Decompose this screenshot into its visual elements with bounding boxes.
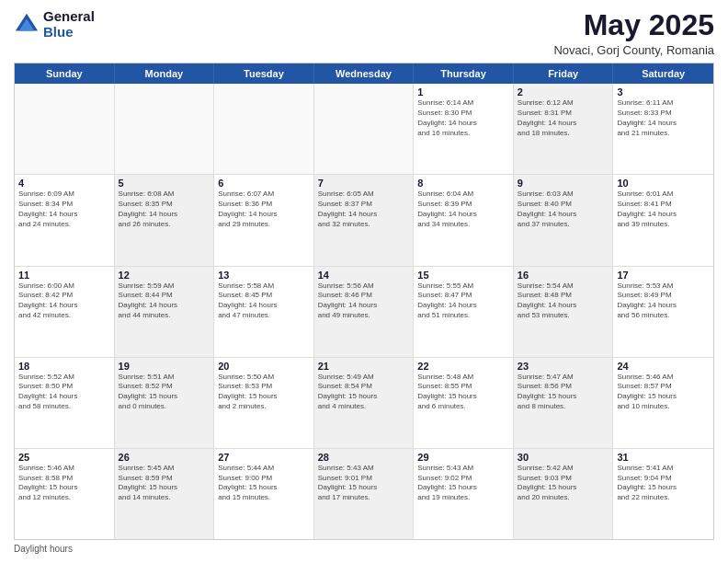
- logo-blue: Blue: [43, 25, 95, 40]
- day-number: 1: [417, 86, 509, 98]
- day-info: Sunrise: 5:47 AMSunset: 8:56 PMDaylight:…: [518, 373, 609, 412]
- calendar-cell: 18Sunrise: 5:52 AMSunset: 8:50 PMDayligh…: [15, 358, 115, 448]
- day-number: 19: [119, 361, 210, 372]
- weekday-header: Saturday: [613, 63, 713, 84]
- day-number: 4: [18, 178, 110, 189]
- calendar-cell: 23Sunrise: 5:47 AMSunset: 8:56 PMDayligh…: [514, 358, 614, 448]
- day-number: 23: [518, 361, 609, 372]
- day-info: Sunrise: 6:05 AMSunset: 8:37 PMDaylight:…: [318, 190, 410, 229]
- day-number: 12: [119, 270, 210, 281]
- day-info: Sunrise: 6:12 AMSunset: 8:31 PMDaylight:…: [518, 98, 609, 138]
- daylight-label: Daylight hours: [14, 544, 73, 554]
- calendar-cell: 17Sunrise: 5:53 AMSunset: 8:49 PMDayligh…: [613, 267, 713, 357]
- day-number: 7: [318, 178, 410, 189]
- logo-icon: [14, 12, 40, 38]
- calendar-row: 18Sunrise: 5:52 AMSunset: 8:50 PMDayligh…: [15, 357, 713, 448]
- calendar-cell: [15, 84, 115, 174]
- calendar-row: 4Sunrise: 6:09 AMSunset: 8:34 PMDaylight…: [15, 174, 713, 265]
- calendar-cell: 26Sunrise: 5:45 AMSunset: 8:59 PMDayligh…: [115, 449, 215, 539]
- calendar-cell: 9Sunrise: 6:03 AMSunset: 8:40 PMDaylight…: [514, 175, 614, 265]
- day-number: 17: [617, 270, 710, 281]
- header: General Blue May 2025 Novaci, Gorj Count…: [14, 9, 714, 57]
- weekday-header: Sunday: [15, 63, 115, 84]
- logo-text: General Blue: [43, 9, 95, 40]
- calendar-cell: 13Sunrise: 5:58 AMSunset: 8:45 PMDayligh…: [214, 267, 314, 357]
- day-number: 26: [119, 452, 210, 463]
- calendar-cell: 21Sunrise: 5:49 AMSunset: 8:54 PMDayligh…: [314, 358, 415, 448]
- calendar-cell: 14Sunrise: 5:56 AMSunset: 8:46 PMDayligh…: [314, 267, 415, 357]
- day-info: Sunrise: 6:04 AMSunset: 8:39 PMDaylight:…: [417, 190, 509, 229]
- day-number: 13: [218, 270, 310, 281]
- calendar-cell: 6Sunrise: 6:07 AMSunset: 8:36 PMDaylight…: [214, 175, 314, 265]
- day-number: 20: [218, 361, 310, 372]
- weekday-header: Monday: [115, 63, 215, 84]
- calendar-cell: 20Sunrise: 5:50 AMSunset: 8:53 PMDayligh…: [214, 358, 314, 448]
- calendar-cell: 24Sunrise: 5:46 AMSunset: 8:57 PMDayligh…: [613, 358, 713, 448]
- calendar-cell: 31Sunrise: 5:41 AMSunset: 9:04 PMDayligh…: [613, 449, 713, 539]
- day-number: 31: [617, 452, 710, 463]
- calendar-cell: [115, 84, 215, 174]
- day-info: Sunrise: 6:09 AMSunset: 8:34 PMDaylight:…: [18, 190, 110, 229]
- logo-general: General: [43, 9, 95, 25]
- day-number: 10: [617, 178, 710, 189]
- day-info: Sunrise: 5:46 AMSunset: 8:58 PMDaylight:…: [18, 464, 110, 503]
- day-info: Sunrise: 5:54 AMSunset: 8:48 PMDaylight:…: [518, 282, 609, 321]
- day-number: 30: [518, 452, 609, 463]
- weekday-header: Wednesday: [314, 63, 415, 84]
- calendar-cell: 12Sunrise: 5:59 AMSunset: 8:44 PMDayligh…: [115, 267, 215, 357]
- calendar-cell: 27Sunrise: 5:44 AMSunset: 9:00 PMDayligh…: [214, 449, 314, 539]
- day-number: 16: [518, 270, 609, 281]
- calendar-cell: 29Sunrise: 5:43 AMSunset: 9:02 PMDayligh…: [414, 449, 514, 539]
- month-title: May 2025: [553, 9, 714, 41]
- day-number: 22: [417, 361, 509, 372]
- day-info: Sunrise: 6:07 AMSunset: 8:36 PMDaylight:…: [218, 190, 310, 229]
- calendar-cell: 2Sunrise: 6:12 AMSunset: 8:31 PMDaylight…: [514, 84, 614, 174]
- day-number: 5: [119, 178, 210, 189]
- day-info: Sunrise: 5:49 AMSunset: 8:54 PMDaylight:…: [318, 373, 410, 412]
- day-info: Sunrise: 5:43 AMSunset: 9:02 PMDaylight:…: [417, 464, 509, 503]
- day-info: Sunrise: 6:14 AMSunset: 8:30 PMDaylight:…: [417, 98, 509, 138]
- day-number: 6: [218, 178, 310, 189]
- weekday-header: Tuesday: [214, 63, 314, 84]
- calendar-cell: 15Sunrise: 5:55 AMSunset: 8:47 PMDayligh…: [414, 267, 514, 357]
- day-number: 18: [18, 361, 110, 372]
- day-number: 11: [18, 270, 110, 281]
- calendar-cell: 1Sunrise: 6:14 AMSunset: 8:30 PMDaylight…: [414, 84, 514, 174]
- title-block: May 2025 Novaci, Gorj County, Romania: [553, 9, 714, 57]
- calendar-cell: 16Sunrise: 5:54 AMSunset: 8:48 PMDayligh…: [514, 267, 614, 357]
- day-number: 21: [318, 361, 410, 372]
- day-number: 2: [518, 86, 609, 98]
- day-info: Sunrise: 5:51 AMSunset: 8:52 PMDaylight:…: [119, 373, 210, 412]
- day-info: Sunrise: 6:01 AMSunset: 8:41 PMDaylight:…: [617, 190, 710, 229]
- day-info: Sunrise: 5:56 AMSunset: 8:46 PMDaylight:…: [318, 282, 410, 321]
- day-info: Sunrise: 5:42 AMSunset: 9:03 PMDaylight:…: [518, 464, 609, 503]
- calendar-row: 1Sunrise: 6:14 AMSunset: 8:30 PMDaylight…: [15, 84, 713, 174]
- location-subtitle: Novaci, Gorj County, Romania: [553, 43, 714, 57]
- calendar-cell: 4Sunrise: 6:09 AMSunset: 8:34 PMDaylight…: [15, 175, 115, 265]
- day-info: Sunrise: 5:44 AMSunset: 9:00 PMDaylight:…: [218, 464, 310, 503]
- day-info: Sunrise: 5:43 AMSunset: 9:01 PMDaylight:…: [318, 464, 410, 503]
- day-info: Sunrise: 5:53 AMSunset: 8:49 PMDaylight:…: [617, 282, 710, 321]
- calendar-cell: 11Sunrise: 6:00 AMSunset: 8:42 PMDayligh…: [15, 267, 115, 357]
- calendar-cell: [214, 84, 314, 174]
- calendar: SundayMondayTuesdayWednesdayThursdayFrid…: [14, 63, 714, 540]
- day-number: 24: [617, 361, 710, 372]
- day-number: 27: [218, 452, 310, 463]
- day-info: Sunrise: 5:50 AMSunset: 8:53 PMDaylight:…: [218, 373, 310, 412]
- day-info: Sunrise: 5:46 AMSunset: 8:57 PMDaylight:…: [617, 373, 710, 412]
- page: General Blue May 2025 Novaci, Gorj Count…: [0, 0, 728, 563]
- day-info: Sunrise: 6:03 AMSunset: 8:40 PMDaylight:…: [518, 190, 609, 229]
- day-number: 15: [417, 270, 509, 281]
- day-info: Sunrise: 5:58 AMSunset: 8:45 PMDaylight:…: [218, 282, 310, 321]
- calendar-cell: 7Sunrise: 6:05 AMSunset: 8:37 PMDaylight…: [314, 175, 415, 265]
- logo: General Blue: [14, 9, 95, 40]
- day-info: Sunrise: 6:11 AMSunset: 8:33 PMDaylight:…: [617, 98, 710, 138]
- day-number: 29: [417, 452, 509, 463]
- calendar-cell: 10Sunrise: 6:01 AMSunset: 8:41 PMDayligh…: [613, 175, 713, 265]
- day-info: Sunrise: 6:00 AMSunset: 8:42 PMDaylight:…: [18, 282, 110, 321]
- calendar-cell: 19Sunrise: 5:51 AMSunset: 8:52 PMDayligh…: [115, 358, 215, 448]
- day-info: Sunrise: 5:55 AMSunset: 8:47 PMDaylight:…: [417, 282, 509, 321]
- calendar-cell: 30Sunrise: 5:42 AMSunset: 9:03 PMDayligh…: [514, 449, 614, 539]
- day-number: 9: [518, 178, 609, 189]
- day-number: 8: [417, 178, 509, 189]
